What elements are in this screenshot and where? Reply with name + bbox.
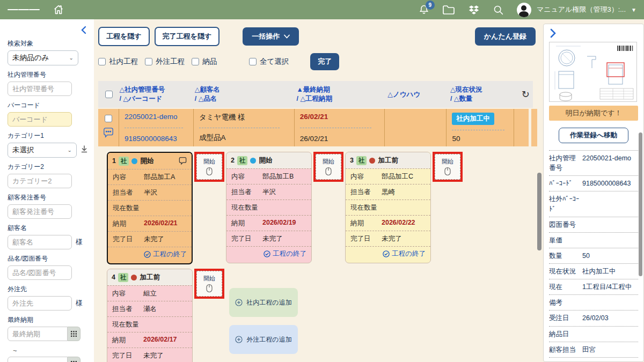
header-status[interactable]: △現在状況/ △数量 bbox=[450, 85, 518, 104]
barcode-input[interactable] bbox=[8, 112, 72, 127]
control-no-link[interactable]: 22050021-demo bbox=[125, 113, 193, 121]
add-external-process-button[interactable]: 外注工程の追加 bbox=[229, 325, 298, 354]
end-process-link[interactable]: 工程の終了 bbox=[346, 246, 430, 263]
process-card-group: 4 社 加工前 内容組立 担当者瀬名 現在数量 納期2026/02/17 完了日… bbox=[107, 269, 226, 362]
process-status: 加工前 bbox=[140, 273, 160, 282]
technical-drawing-thumbnail[interactable] bbox=[549, 42, 637, 102]
checkbox-delivery[interactable] bbox=[192, 58, 199, 65]
refresh-icon[interactable]: ↻ bbox=[522, 88, 530, 100]
date-picker-icon[interactable] bbox=[68, 327, 80, 341]
vertical-scrollbar-thumb[interactable] bbox=[537, 173, 541, 250]
panel-scrollbar-thumb[interactable] bbox=[639, 132, 642, 276]
process-card[interactable]: 2 社 開始 内容部品加工B 担当者半沢 現在数量 納期2026/02/19 完… bbox=[226, 152, 312, 263]
status-dot-icon bbox=[250, 158, 256, 164]
folder-icon[interactable] bbox=[442, 4, 455, 15]
hide-completed-button[interactable]: 完了工程を隠す bbox=[155, 27, 220, 46]
topbar: 9 マニュアル権限（管理3）:... ▼ bbox=[0, 0, 644, 19]
start-process-button[interactable]: 開始 bbox=[316, 154, 341, 180]
collapse-right-icon[interactable] bbox=[549, 28, 557, 40]
goto-work-register-button[interactable]: 作業登録へ移動 bbox=[559, 128, 628, 143]
detail-value: 田宮 bbox=[582, 345, 638, 354]
detail-row: ﾊﾞｰｺｰﾄﾞ 9185000008643 bbox=[549, 176, 638, 191]
control-no-input[interactable] bbox=[8, 82, 72, 96]
detail-label: 図面番号 bbox=[549, 220, 582, 230]
start-button-highlight: 開始 bbox=[433, 152, 463, 182]
header-due[interactable]: ▲最終納期/ △工程納期 bbox=[296, 85, 387, 104]
search-target-select[interactable]: 未納品のみ ⌄ bbox=[8, 50, 78, 65]
process-card[interactable]: 1 社 開始 内容部品加工A 担当者半沢 現在数量 納期2026/02/21 完… bbox=[107, 152, 193, 264]
process-number: 3 bbox=[350, 157, 354, 164]
detail-row: 図面番号 bbox=[549, 217, 638, 233]
add-internal-label: 社内工程の追加 bbox=[246, 298, 291, 307]
expand-categories-icon[interactable] bbox=[81, 145, 87, 155]
header-select-checkbox[interactable] bbox=[105, 91, 113, 98]
start-process-button[interactable]: 開始 bbox=[196, 154, 222, 180]
card-field-value: 組立 bbox=[143, 289, 157, 298]
header-knowhow[interactable]: △ノウハウ bbox=[387, 90, 450, 99]
dropbox-icon[interactable] bbox=[468, 5, 480, 15]
field-control-no: 社内管理番号 bbox=[8, 71, 87, 96]
main-content: 工程を隠す 完了工程を隠す 一括操作 かんたん登録 社内工程 外注工程 納品 全… bbox=[94, 19, 543, 362]
status-badge[interactable]: 社内加工中 bbox=[452, 113, 494, 125]
card-field-label: 担当者 bbox=[350, 188, 382, 197]
card-field-label: 納期 bbox=[113, 219, 144, 228]
select-value: 未納品のみ bbox=[12, 53, 49, 63]
card-field-label: 担当者 bbox=[113, 188, 144, 197]
process-number: 2 bbox=[231, 157, 235, 164]
field-label: 顧客名 bbox=[8, 224, 87, 232]
checkbox-internal-process[interactable] bbox=[98, 58, 106, 65]
detail-value bbox=[582, 220, 638, 230]
easy-register-button[interactable]: かんたん登録 bbox=[475, 27, 536, 46]
start-process-button[interactable]: 開始 bbox=[196, 271, 222, 297]
checkbox-external-process[interactable] bbox=[145, 58, 152, 65]
field-label: 最終納期 bbox=[8, 316, 87, 324]
barcode-link[interactable]: 9185000008643 bbox=[125, 135, 193, 143]
bulk-action-button[interactable]: 一括操作 bbox=[243, 27, 299, 46]
detail-label: 社内管理番号 bbox=[549, 153, 582, 173]
collapse-left-icon[interactable] bbox=[80, 26, 87, 36]
category1-select[interactable]: 未選択 ⌄ bbox=[8, 143, 77, 158]
category2-input[interactable] bbox=[8, 174, 72, 188]
card-field-value: 2026/02/17 bbox=[143, 336, 177, 345]
field-final-due: 最終納期 bbox=[8, 316, 87, 341]
start-process-button[interactable]: 開始 bbox=[435, 154, 460, 180]
date-picker-icon[interactable] bbox=[68, 357, 80, 362]
customer-name-input[interactable] bbox=[8, 235, 72, 249]
process-type-badge: 社 bbox=[118, 273, 129, 282]
search-icon[interactable] bbox=[493, 4, 504, 16]
end-process-link[interactable]: 工程の終了 bbox=[226, 246, 311, 263]
start-button-highlight: 開始 bbox=[194, 269, 224, 299]
detail-label: 単価 bbox=[549, 235, 582, 245]
process-status: 加工前 bbox=[378, 156, 398, 165]
final-due-to-input[interactable] bbox=[8, 357, 68, 362]
honorific-suffix: 様 bbox=[76, 299, 83, 308]
card-field-label: 内容 bbox=[231, 172, 262, 181]
notification-count-badge: 9 bbox=[426, 1, 435, 10]
end-process-link[interactable]: 工程の終了 bbox=[108, 247, 192, 263]
orders-table: △社内管理番号/ △バーコード △顧客名/ △品名 ▲最終納期/ △工程納期 △… bbox=[98, 81, 539, 146]
home-icon[interactable] bbox=[53, 4, 64, 16]
end-process-label: 工程の終了 bbox=[273, 249, 306, 258]
subcontractor-input[interactable] bbox=[8, 296, 72, 311]
comment-icon[interactable] bbox=[103, 128, 114, 141]
hide-process-button[interactable]: 工程を隠す bbox=[98, 27, 150, 46]
process-card[interactable]: 4 社 加工前 内容組立 担当者瀬名 現在数量 納期2026/02/17 完了日… bbox=[107, 269, 193, 362]
notifications-bell-icon[interactable]: 9 bbox=[419, 4, 429, 16]
complete-button[interactable]: 完了 bbox=[310, 53, 339, 70]
detail-label: 現在 bbox=[549, 282, 582, 292]
hamburger-menu-icon[interactable] bbox=[8, 8, 40, 11]
checkbox-select-all[interactable] bbox=[249, 58, 257, 65]
final-due-from-input[interactable] bbox=[8, 327, 68, 341]
detail-row: 受注日 26/02/03 bbox=[549, 311, 638, 326]
add-internal-process-button[interactable]: 社内工程の追加 bbox=[229, 288, 298, 317]
comment-icon[interactable] bbox=[178, 157, 187, 165]
process-card[interactable]: 3 社 加工前 内容部品加工C 担当者黒崎 現在数量 納期2026/02/22 … bbox=[345, 152, 431, 263]
customer-order-no-input[interactable] bbox=[8, 204, 72, 219]
user-menu[interactable]: マニュアル権限（管理3）:... ▼ bbox=[517, 3, 636, 17]
detail-row: 現在状況 社内加工中 bbox=[549, 264, 638, 279]
header-control-no[interactable]: △社内管理番号/ △バーコード bbox=[120, 85, 195, 104]
product-name-input[interactable] bbox=[8, 265, 72, 280]
row-checkbox[interactable] bbox=[105, 115, 112, 122]
table-row[interactable]: 22050021-demo 9185000008643 タミヤ電機 様 成型品A… bbox=[98, 109, 529, 146]
header-customer[interactable]: △顧客名/ △品名 bbox=[195, 85, 297, 104]
